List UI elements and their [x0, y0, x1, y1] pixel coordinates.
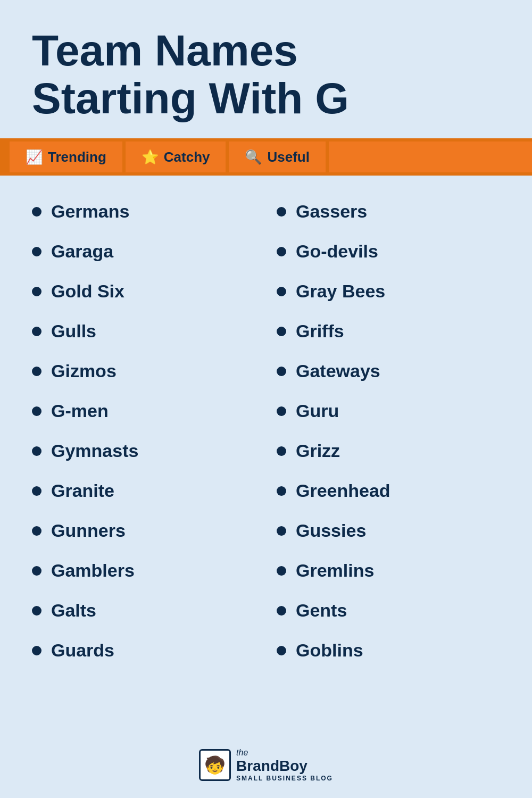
item-text: Grizz: [296, 440, 340, 461]
item-text: Gussies: [296, 520, 366, 541]
list-grid: Germans Garaga Gold Six Gulls Gizmos G-m…: [32, 192, 500, 670]
item-text: Gymnasts: [51, 440, 138, 461]
header: Team Names Starting With G: [0, 0, 532, 138]
tab-useful[interactable]: 🔍 Useful: [229, 142, 328, 172]
list-item: Gulls: [32, 311, 255, 351]
footer: 🧒 the BrandBoy SMALL BUSINESS BLOG: [0, 732, 532, 798]
left-accent: [0, 142, 10, 172]
page-title: Team Names Starting With G: [32, 27, 500, 122]
tab-trending-label: Trending: [48, 149, 106, 165]
item-text: Goblins: [296, 640, 363, 661]
bullet: [277, 486, 286, 496]
list-item: Gunners: [32, 511, 255, 551]
bullet: [32, 526, 41, 536]
bullet: [32, 486, 41, 496]
list-item: Griffs: [277, 311, 500, 351]
list-item: Gassers: [277, 192, 500, 231]
tab-catchy-label: Catchy: [164, 149, 210, 165]
bullet: [277, 207, 286, 217]
list-item: Germans: [32, 192, 255, 231]
logo-icon: 🧒: [199, 749, 231, 781]
bullet: [277, 566, 286, 576]
item-text: G-men: [51, 401, 109, 421]
catchy-icon: ⭐: [142, 149, 159, 165]
list-item: Guards: [32, 630, 255, 670]
item-text: Go-devils: [296, 241, 378, 262]
list-item: Gremlins: [277, 551, 500, 591]
right-accent: [329, 142, 532, 172]
list-item: Garaga: [32, 231, 255, 271]
item-text: Gremlins: [296, 560, 374, 581]
brand-logo: 🧒 the BrandBoy SMALL BUSINESS BLOG: [199, 748, 333, 782]
item-text: Guards: [51, 640, 114, 661]
list-item: Gymnasts: [32, 431, 255, 471]
item-text: Griffs: [296, 321, 344, 342]
useful-icon: 🔍: [245, 149, 262, 165]
list-column-right: Gassers Go-devils Gray Bees Griffs Gatew…: [277, 192, 500, 670]
item-text: Gassers: [296, 201, 367, 222]
list-item: Gold Six: [32, 271, 255, 311]
bullet: [32, 207, 41, 217]
tabs-bar: 📈 Trending ⭐ Catchy 🔍 Useful: [0, 138, 532, 176]
logo-text: the BrandBoy SMALL BUSINESS BLOG: [236, 748, 333, 782]
item-text: Gold Six: [51, 281, 124, 302]
bullet: [32, 406, 41, 416]
logo-brand: BrandBoy: [236, 758, 307, 775]
bullet: [32, 446, 41, 456]
bullet: [277, 526, 286, 536]
item-text: Gray Bees: [296, 281, 385, 302]
bullet: [277, 367, 286, 376]
item-text: Germans: [51, 201, 129, 222]
item-text: Gamblers: [51, 560, 135, 581]
list-item: Gateways: [277, 351, 500, 391]
tab-trending[interactable]: 📈 Trending: [10, 142, 126, 172]
list-item: G-men: [32, 391, 255, 431]
list-item: Galts: [32, 591, 255, 630]
list-item: Go-devils: [277, 231, 500, 271]
list-column-left: Germans Garaga Gold Six Gulls Gizmos G-m…: [32, 192, 255, 670]
list-item: Gizmos: [32, 351, 255, 391]
list-item: Gamblers: [32, 551, 255, 591]
bullet: [277, 446, 286, 456]
bullet: [32, 327, 41, 336]
list-item: Gussies: [277, 511, 500, 551]
item-text: Gateways: [296, 361, 380, 381]
bullet: [32, 287, 41, 296]
bullet: [32, 606, 41, 616]
item-text: Gents: [296, 600, 347, 621]
item-text: Gunners: [51, 520, 126, 541]
item-text: Granite: [51, 480, 114, 501]
logo-subtitle: SMALL BUSINESS BLOG: [236, 775, 333, 782]
bullet: [277, 287, 286, 296]
bullet: [277, 327, 286, 336]
trending-icon: 📈: [26, 149, 43, 165]
bullet: [277, 247, 286, 256]
item-text: Gizmos: [51, 361, 117, 381]
bullet: [32, 566, 41, 576]
list-item: Greenhead: [277, 471, 500, 511]
item-text: Galts: [51, 600, 96, 621]
item-text: Greenhead: [296, 480, 390, 501]
bullet: [32, 646, 41, 655]
bullet: [277, 646, 286, 655]
tab-catchy[interactable]: ⭐ Catchy: [126, 142, 229, 172]
content-area: Germans Garaga Gold Six Gulls Gizmos G-m…: [0, 176, 532, 732]
list-item: Guru: [277, 391, 500, 431]
item-text: Garaga: [51, 241, 113, 262]
list-item: Goblins: [277, 630, 500, 670]
list-item: Grizz: [277, 431, 500, 471]
logo-the: the: [236, 748, 248, 758]
bullet: [32, 367, 41, 376]
item-text: Guru: [296, 401, 339, 421]
list-item: Gents: [277, 591, 500, 630]
list-item: Gray Bees: [277, 271, 500, 311]
tab-useful-label: Useful: [267, 149, 309, 165]
item-text: Gulls: [51, 321, 96, 342]
bullet: [277, 406, 286, 416]
bullet: [277, 606, 286, 616]
list-item: Granite: [32, 471, 255, 511]
bullet: [32, 247, 41, 256]
